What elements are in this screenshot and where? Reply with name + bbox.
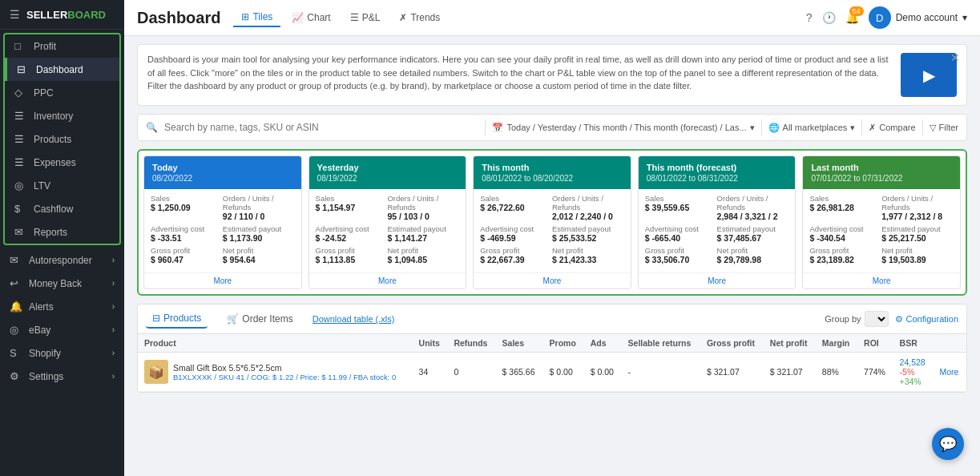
sidebar-item-settings[interactable]: ⚙ Settings › (0, 365, 124, 388)
sidebar-item-alerts[interactable]: 🔔 Alerts › (0, 295, 124, 318)
tile-this-month-adcost-value: $ -469.59 (480, 233, 552, 243)
date-filter-label: Today / Yesterday / This month / This mo… (506, 123, 746, 132)
col-gross-profit: Gross profit (700, 334, 764, 353)
group-by-label: Group by (825, 314, 861, 324)
sidebar-item-inventory[interactable]: ☰ Inventory (5, 104, 119, 127)
configuration-button[interactable]: ⚙ Configuration (895, 314, 958, 325)
tile-yesterday-payout-col: Estimated payout $ 1,141.27 (387, 224, 459, 243)
tile-today-sales-col: Sales $ 1,250.09 (151, 194, 223, 221)
info-banner: Dashboard is your main tool for analysin… (137, 44, 967, 106)
sidebar-item-shopify[interactable]: S Shopify › (0, 341, 124, 365)
sidebar-item-products[interactable]: ☰ Products (5, 127, 119, 151)
tile-last-month-more-button[interactable]: More (803, 272, 960, 288)
date-filter-button[interactable]: 📅 Today / Yesterday / This month / This … (492, 123, 754, 133)
tile-today-body: Sales $ 1,250.09 Orders / Units / Refund… (144, 189, 301, 272)
clock-icon[interactable]: 🕐 (822, 11, 836, 24)
video-thumbnail[interactable]: ▶ (901, 53, 957, 97)
tile-this-month-more-button[interactable]: More (474, 272, 631, 288)
tab-order-items[interactable]: 🛒 Order Items (220, 310, 299, 328)
sidebar-item-expenses[interactable]: ☰ Expenses (5, 151, 119, 174)
nav-trends[interactable]: ✗ Trends (391, 9, 448, 26)
filter-button[interactable]: ▽ Filter (930, 123, 958, 133)
sidebar-item-ltv[interactable]: ◎ LTV (5, 174, 119, 197)
tile-this-month-gross-value: $ 22,667.39 (480, 255, 552, 264)
tile-yesterday-date: 08/19/2022 (317, 174, 458, 183)
user-account[interactable]: D Demo account ▾ (869, 6, 967, 29)
tile-yesterday-adcost-col: Advertising cost $ -24.52 (316, 224, 388, 243)
sidebar-item-moneyback[interactable]: ↩ Money Back › (0, 272, 124, 295)
product-name: Small Gift Box 5.5*6.5*2.5cm (173, 363, 396, 373)
sidebar-item-autoresponder[interactable]: ✉ Autoresponder › (0, 248, 124, 272)
tile-this-month-payout-value: $ 25,533.52 (552, 233, 624, 243)
marketplace-filter-button[interactable]: 🌐 All marketplaces ▾ (768, 123, 856, 133)
nav-tiles[interactable]: ⊞ Tiles (233, 8, 280, 27)
tile-last-month-title: Last month (811, 163, 952, 172)
chat-button[interactable]: 💬 (932, 428, 964, 460)
close-banner-button[interactable]: ✕ (950, 50, 960, 67)
date-chevron-icon: ▾ (750, 123, 755, 133)
tile-today: Today 08/20/2022 Sales $ 1,250.09 Orders… (143, 155, 302, 289)
tile-today-title: Today (152, 163, 293, 172)
page-title: Dashboard (137, 9, 220, 27)
tile-today-row3: Gross profit $ 960.47 Net profit $ 954.6… (151, 246, 295, 264)
product-action: More (933, 353, 966, 392)
tile-yesterday-row3: Gross profit $ 1,113.85 Net profit $ 1,0… (316, 246, 460, 264)
nav-chart-label: Chart (307, 12, 330, 23)
tile-today-more-button[interactable]: More (144, 272, 301, 288)
group-by-select[interactable] (865, 311, 889, 327)
user-name: Demo account (896, 12, 958, 23)
bsr-change2: +34% (900, 377, 927, 386)
tile-today-orders-col: Orders / Units / Refunds 92 / 110 / 0 (223, 194, 295, 221)
hamburger-icon[interactable]: ☰ (10, 8, 20, 21)
tile-forecast-more-button[interactable]: More (639, 272, 796, 288)
search-input[interactable] (164, 122, 478, 133)
tile-forecast-payout-value: $ 37,485.67 (717, 233, 789, 243)
tile-today-net-col: Net profit $ 954.64 (223, 246, 295, 264)
product-more-button[interactable]: More (939, 367, 958, 377)
col-roi: ROI (857, 334, 893, 353)
ppc-icon: ◇ (14, 87, 27, 99)
tile-today-adcost-value: $ -33.51 (151, 233, 223, 243)
tile-forecast-orders-value: 2,984 / 3,321 / 2 (717, 212, 789, 221)
table-tabs: ⊟ Products 🛒 Order Items Download table … (138, 305, 966, 334)
tile-yesterday-more-button[interactable]: More (309, 272, 466, 288)
product-net-profit: $ 321.07 (764, 353, 816, 392)
download-table-link[interactable]: Download table (.xls) (313, 314, 395, 324)
chevron-right-icon5: › (112, 349, 115, 357)
sidebar-item-profit[interactable]: □ Profit (5, 34, 119, 58)
tile-forecast-title: This month (forecast) (647, 163, 788, 172)
header: Dashboard ⊞ Tiles 📈 Chart ☰ P&L ✗ Trends… (124, 0, 980, 36)
tile-this-month-orders-value: 2,012 / 2,240 / 0 (552, 212, 624, 221)
sidebar-item-ppc[interactable]: ◇ PPC (5, 81, 119, 104)
tile-yesterday-net-value: $ 1,094.85 (387, 255, 459, 264)
tile-today-payout-label: Estimated payout (223, 224, 295, 233)
chart-icon: 📈 (292, 12, 304, 23)
tile-yesterday-net-col: Net profit $ 1,094.85 (387, 246, 459, 264)
tile-yesterday-body: Sales $ 1,154.97 Orders / Units / Refund… (309, 189, 466, 272)
nav-chart[interactable]: 📈 Chart (284, 9, 338, 26)
sidebar-logo: ☰ SELLERBOARD (0, 0, 124, 30)
help-icon[interactable]: ? (806, 11, 813, 24)
bsr-value[interactable]: 24,528 (900, 357, 927, 367)
notification-bell[interactable]: 🔔 54 (845, 11, 859, 24)
cashflow-icon: $ (14, 203, 27, 215)
config-icon: ⚙ (895, 314, 903, 325)
sidebar-item-reports[interactable]: ✉ Reports (5, 220, 119, 244)
tile-today-sales-label: Sales (151, 194, 223, 203)
alerts-icon: 🔔 (10, 301, 22, 313)
tab-products[interactable]: ⊟ Products (146, 309, 208, 329)
nav-pandl[interactable]: ☰ P&L (342, 9, 389, 26)
chevron-right-icon3: › (112, 302, 115, 311)
product-meta[interactable]: B1XLXXXK / SKU 41 / COG: $ 1.22 / Price:… (173, 373, 396, 381)
compare-button[interactable]: ✗ Compare (869, 123, 915, 133)
sidebar-item-settings-label: Settings (29, 371, 63, 382)
product-refunds: 0 (447, 353, 495, 392)
sidebar-item-ppc-label: PPC (34, 87, 54, 99)
sidebar-item-ebay[interactable]: ◎ eBay › (0, 318, 124, 341)
sidebar-item-dashboard[interactable]: ⊟ Dashboard (5, 58, 119, 81)
chevron-right-icon2: › (112, 279, 115, 288)
tile-yesterday-orders-col: Orders / Units / Refunds 95 / 103 / 0 (387, 194, 459, 221)
sidebar-item-cashflow[interactable]: $ Cashflow (5, 197, 119, 220)
profit-icon: □ (14, 40, 27, 52)
user-avatar: D (869, 6, 891, 29)
